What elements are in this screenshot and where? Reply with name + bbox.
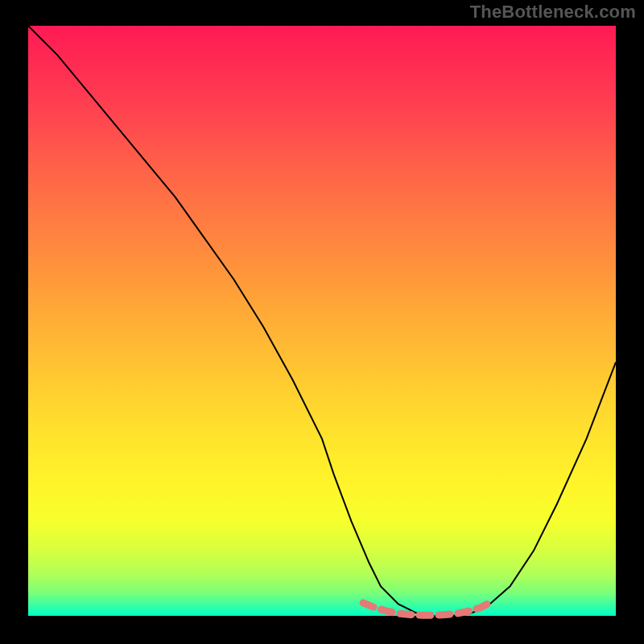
watermark-label: TheBottleneck.com	[470, 2, 636, 23]
plot-area	[28, 26, 616, 616]
bottleneck-curve-path	[28, 26, 616, 616]
chart-svg	[28, 26, 616, 616]
chart-frame: TheBottleneck.com	[0, 0, 644, 644]
optimal-band-path	[363, 603, 489, 615]
